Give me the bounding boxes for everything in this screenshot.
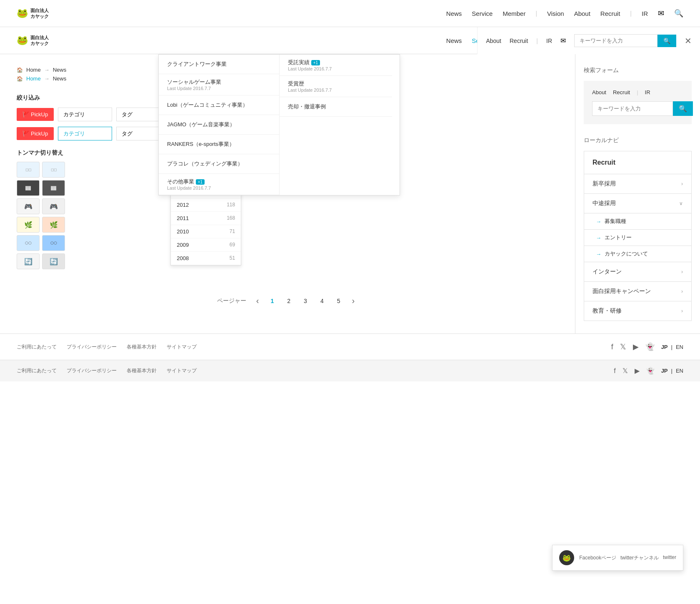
nav-vision[interactable]: Vision [547, 10, 564, 17]
recruit-item-shinsotsu[interactable]: 新卒採用 › [584, 174, 691, 194]
mega-menu-item-1[interactable]: クライアントワーク事業 [159, 55, 279, 74]
footer-bottom-youtube-icon[interactable]: ▶ [635, 367, 640, 375]
footer-bottom-twitter-icon[interactable]: 𝕏 [622, 367, 628, 375]
recruit-item-campaign[interactable]: 面白採用キャンペーン › [584, 282, 691, 301]
pager-page-5[interactable]: 5 [332, 295, 345, 307]
nav-ir[interactable]: IR [642, 10, 648, 17]
footer-bottom-link-2[interactable]: プライバシーポリシー [67, 367, 117, 374]
year-row-2012[interactable]: 2012118 [171, 198, 241, 212]
nav-service[interactable]: Service [472, 10, 492, 17]
sticky-nav-news[interactable]: News [446, 37, 462, 44]
search-overlay-about[interactable]: About [486, 38, 501, 44]
pager-prev[interactable]: ‹ [253, 294, 262, 307]
tonmana-item-2b[interactable]: ▓▓ [42, 180, 65, 196]
pager-next[interactable]: › [348, 294, 358, 307]
logo[interactable]: 🐸 面白法人カヤック [17, 8, 49, 20]
youtube-icon[interactable]: ▶ [633, 342, 639, 351]
footer-bottom-lang-en[interactable]: EN [676, 368, 683, 374]
tonmana-item-5a[interactable]: ⬡⬡ [17, 235, 40, 251]
tonmana-item-1b[interactable]: ◻◻ [42, 162, 65, 178]
search-overlay-ir[interactable]: IR [546, 38, 552, 44]
recruit-sub-item-2[interactable]: → エントリー [584, 230, 691, 246]
lang-en[interactable]: EN [676, 344, 683, 350]
category-select-2[interactable]: カテゴリ [58, 127, 112, 140]
mega-menu-right-3[interactable]: 売却・撤退事例 [280, 97, 392, 117]
recruit-item-intern[interactable]: インターン › [584, 262, 691, 282]
year-row-2009[interactable]: 200969 [171, 238, 241, 252]
search-form-submit[interactable]: 🔍 [673, 101, 693, 116]
mega-menu-item-7[interactable]: その他事業 +1 Last Update 2016.7.7 [159, 174, 279, 195]
tonmana-item-3a[interactable]: 🎮 [17, 198, 40, 214]
year-row-2010[interactable]: 201071 [171, 225, 241, 238]
search-overlay-mail-icon[interactable]: ✉ [560, 37, 566, 45]
tonmana-item-5b[interactable]: ⬡⬡ [42, 235, 65, 251]
nav-member[interactable]: Member [502, 10, 525, 17]
lang-jp[interactable]: JP [661, 344, 668, 350]
nav-divider2: | [630, 10, 632, 17]
footer-bottom-link-1[interactable]: ご利用にあたって [17, 367, 57, 374]
sticky-logo[interactable]: 🐸 面白法人カヤック [17, 35, 49, 47]
mail-icon-btn[interactable]: ✉ [658, 9, 664, 18]
tonmana-item-1a[interactable]: ◻◻ [17, 162, 40, 178]
footer-bottom-ghost-icon[interactable]: 👻 [646, 367, 655, 375]
footer-bottom-link-4[interactable]: サイトマップ [167, 367, 197, 374]
mega-menu-right-2[interactable]: 受賞歴 Last Update 2016.7.7 [280, 76, 392, 97]
tonmana-item-3b[interactable]: 🎮 [42, 198, 65, 214]
pager-page-3[interactable]: 3 [299, 295, 312, 307]
mega-menu-item-5[interactable]: RANKERS（e-sports事業） [159, 135, 279, 154]
search-form-about[interactable]: About [592, 89, 606, 95]
mega-menu-right-1[interactable]: 受託実績 +1 Last Update 2016.7.7 [280, 55, 392, 76]
footer-link-3[interactable]: 各種基本方針 [127, 343, 157, 351]
search-overlay-recruit[interactable]: Recruit [510, 38, 528, 44]
ghost-icon[interactable]: 👻 [645, 342, 655, 351]
pager-label: ページャー [217, 297, 246, 305]
nav-about[interactable]: About [574, 10, 590, 17]
twitter-icon[interactable]: 𝕏 [620, 342, 626, 351]
facebook-icon[interactable]: f [611, 343, 613, 351]
search-overlay-input[interactable] [574, 34, 658, 47]
nav-news[interactable]: News [446, 10, 462, 17]
footer-right: f 𝕏 ▶ 👻 JP | EN [611, 342, 683, 351]
search-overlay-submit[interactable]: 🔍 [658, 35, 676, 47]
tonmana-item-2a[interactable]: ▓▓ [17, 180, 40, 196]
mega-menu-item-4[interactable]: JAGMO（ゲーム音楽事業） [159, 115, 279, 135]
arrow-icon-1: → [596, 218, 601, 225]
pager-page-2[interactable]: 2 [282, 295, 295, 307]
search-form-input[interactable] [592, 101, 673, 116]
breadcrumb-home-2[interactable]: Home [26, 75, 41, 82]
search-overlay: About Recruit | IR ✉ 🔍 ✕ [477, 27, 700, 54]
tonmana-row-5: ⬡⬡ ⬡⬡ [17, 235, 65, 251]
mega-menu-item-3[interactable]: Lobi（ゲームコミュニティ事業） [159, 95, 279, 115]
category-select-1[interactable]: カテゴリ [58, 108, 112, 121]
nav-recruit[interactable]: Recruit [600, 10, 620, 17]
footer-bottom-lang-divider: | [671, 368, 672, 374]
footer-link-1[interactable]: ご利用にあたって [17, 343, 57, 351]
pager-page-4[interactable]: 4 [315, 295, 329, 307]
pickup-btn-inactive[interactable]: 🚩 PickUp [17, 108, 54, 121]
year-row-2008[interactable]: 200851 [171, 252, 241, 265]
mega-menu-item-2[interactable]: ソーシャルゲーム事業 Last Update 2016.7.7 [159, 74, 279, 95]
year-row-2011[interactable]: 2011168 [171, 212, 241, 225]
search-form-recruit[interactable]: Recruit [613, 89, 630, 95]
tonmana-item-4b[interactable]: 🌿 [42, 217, 65, 233]
recruit-item-chuto[interactable]: 中途採用 ∨ [584, 194, 691, 213]
tonmana-item-6a[interactable]: 🔄 [17, 253, 40, 269]
footer-bottom-lang-jp[interactable]: JP [661, 368, 668, 374]
search-icon-btn[interactable]: 🔍 [674, 9, 683, 18]
breadcrumb-home-1[interactable]: Home [26, 67, 41, 73]
mega-menu-item-6[interactable]: プラコレ（ウェディング事業） [159, 154, 279, 174]
footer-bottom-link-3[interactable]: 各種基本方針 [127, 367, 157, 374]
footer-link-4[interactable]: サイトマップ [167, 343, 197, 351]
recruit-sub-item-1[interactable]: → 募集職種 [584, 213, 691, 230]
tonmana-item-4a[interactable]: 🌿 [17, 217, 40, 233]
footer-link-2[interactable]: プライバシーポリシー [67, 343, 117, 351]
recruit-sub-item-3[interactable]: → カヤックについて [584, 246, 691, 262]
footer-bottom-facebook-icon[interactable]: f [614, 367, 615, 375]
sticky-logo-frog-icon: 🐸 [17, 35, 28, 46]
recruit-item-training[interactable]: 教育・研修 › [584, 301, 691, 321]
search-overlay-close[interactable]: ✕ [685, 36, 692, 46]
pickup-btn-active[interactable]: 🚩 PickUp [17, 127, 54, 140]
search-form-ir[interactable]: IR [645, 89, 650, 95]
pager-page-1[interactable]: 1 [266, 295, 279, 307]
tonmana-item-6b[interactable]: 🔄 [42, 253, 65, 269]
